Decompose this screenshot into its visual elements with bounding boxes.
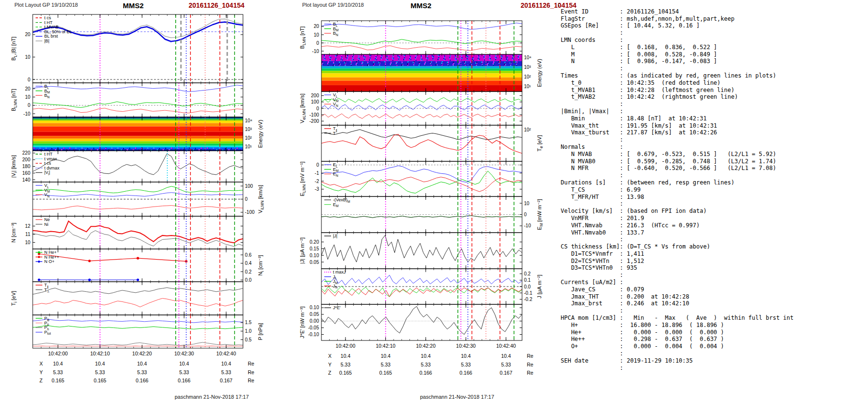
spectrogram-band <box>33 118 243 119</box>
x-tick-label: 10:42:20 <box>132 351 152 356</box>
right-tick-label: 10² <box>524 74 531 79</box>
right-tick-label: -0.2 <box>524 297 533 302</box>
trace-T <box>321 130 522 140</box>
y-tick-label: -100 <box>309 112 319 118</box>
position-unit: Re <box>248 369 255 375</box>
position-value: 10.4 <box>179 361 189 366</box>
position-unit: Re <box>527 353 534 359</box>
right-tick-label: 0 <box>245 196 248 202</box>
position-value: 10.4 <box>421 353 431 359</box>
x-tick-label: 10:42:20 <box>416 343 435 349</box>
y-tick-label: 20 <box>25 32 31 37</box>
legend-label: N He+ <box>44 250 57 255</box>
y-tick-label: -0.05 <box>308 325 319 330</box>
position-value: 0.166 <box>460 370 472 376</box>
right-axis-label: EM [mW m⁻²] <box>536 199 544 230</box>
position-value: 0.166 <box>136 378 148 383</box>
position-value: 0.167 <box>220 378 232 383</box>
y-tick-label: -0.10 <box>308 332 319 337</box>
right-tick-label: 0.2 <box>524 271 531 276</box>
y-axis-label: BLMN [nT] <box>299 26 306 49</box>
position-value: 5.33 <box>137 369 147 375</box>
position-value: 10.4 <box>501 353 511 359</box>
trace-J_L <box>321 275 522 285</box>
position-row-label: Y <box>39 369 43 375</box>
position-value: 10.4 <box>53 361 63 366</box>
data-marker <box>38 278 40 281</box>
legend-label: t dvmax <box>44 166 60 170</box>
right-tick-label: 10⁴ <box>524 55 531 60</box>
x-tick-label: 10:42:00 <box>336 343 356 349</box>
y-tick-label: -1 <box>315 170 319 176</box>
panel-frame <box>33 151 243 182</box>
x-tick-label: 10:42:30 <box>456 343 476 349</box>
trace-V_L <box>321 105 522 110</box>
trace-|J| <box>321 235 522 262</box>
legend-label: J*E' <box>333 305 341 310</box>
legend-label: t HT <box>44 20 53 25</box>
spectrogram-band <box>321 73 522 77</box>
trace-B_L <box>33 85 243 91</box>
right-tick-label: 0.0 <box>524 284 531 289</box>
trace-V_L <box>33 193 243 196</box>
right-axis-label: ViLMN [km/s] <box>257 185 265 213</box>
right-tick-label: 0 <box>524 212 527 217</box>
spectrogram-band <box>33 132 243 136</box>
position-value: 5.33 <box>179 369 189 375</box>
right-tick-label: 0.1 <box>524 277 531 283</box>
trace-B_L <box>321 23 522 29</box>
trace-P_B <box>33 326 243 329</box>
legend-label: t HT <box>44 152 53 157</box>
trace-B_N <box>321 46 522 51</box>
y-tick-label: -2 <box>315 179 319 184</box>
trace-B_M <box>33 102 243 107</box>
trace-V_M <box>321 98 522 103</box>
y-tick-label: 11 <box>26 232 31 237</box>
y-axis-label: N [cm⁻³] <box>11 222 16 242</box>
right-axis-label: J [μA m⁻²] <box>536 274 542 298</box>
legend-label: N He++ <box>44 255 59 260</box>
position-value: 5.33 <box>501 362 511 367</box>
position-value: 5.33 <box>381 362 391 367</box>
plots-svg: 20100BL,|B| [nT]t cst HTt MVABBL, 50% of… <box>0 0 868 405</box>
legend-label: t vmax <box>44 157 57 161</box>
position-value: 0.167 <box>499 370 512 376</box>
trace-T_perp <box>33 287 243 294</box>
right-tick-label: 1.0 <box>245 328 252 334</box>
y-tick-label: 20 <box>25 86 31 91</box>
trace-B_M <box>321 39 522 45</box>
right-tick-label: 10⁴ <box>245 118 252 123</box>
legend-label: |Vi| <box>44 170 50 176</box>
position-row-label: Z <box>39 378 43 383</box>
trace-B_N <box>33 108 243 113</box>
position-value: 0.165 <box>379 370 392 376</box>
position-value: 10.4 <box>341 353 351 359</box>
legend-label: |B| <box>44 39 50 43</box>
position-value: 5.33 <box>221 369 231 375</box>
spectrogram-band <box>321 78 522 81</box>
spectrogram-band <box>321 66 522 69</box>
y-tick-label: -3 <box>315 186 319 192</box>
panel-frame <box>321 304 522 340</box>
spectrogram-band <box>321 68 522 71</box>
legend-label: t MVAB <box>44 25 59 29</box>
y-tick-label: 160 <box>22 170 30 176</box>
right-tick-label: 10³ <box>524 65 531 70</box>
quicklook-canvas: Plot Layout GP 19/10/2018 Plot layout GP… <box>0 0 868 405</box>
panel-frame <box>33 249 243 282</box>
x-tick-label: 10:42:40 <box>496 343 516 349</box>
right-tick-label: 10³ <box>245 127 252 132</box>
data-marker <box>137 278 139 281</box>
right-tick-label: 0.0 <box>245 277 252 283</box>
legend-label: BL, 50% of BL <box>44 29 72 34</box>
trace-J*E' <box>321 306 522 334</box>
y-tick-label: 180 <box>22 164 30 169</box>
y-tick-label: 200 <box>311 93 319 98</box>
trace-V_M <box>33 186 243 193</box>
right-tick-label: 0.5 <box>245 337 252 342</box>
legend-label: Ne <box>44 217 50 222</box>
y-axis-label: BL,|B| [nT] <box>11 37 18 61</box>
trace-E_L <box>321 166 522 182</box>
right-tick-label: 10² <box>245 135 252 141</box>
right-tick-label: -100 <box>245 209 255 215</box>
